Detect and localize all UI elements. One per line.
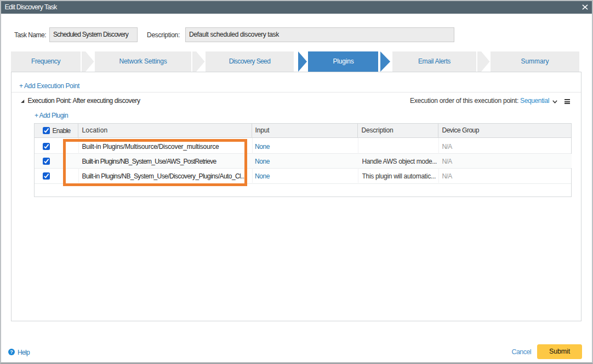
- svg-text:?: ?: [10, 349, 13, 355]
